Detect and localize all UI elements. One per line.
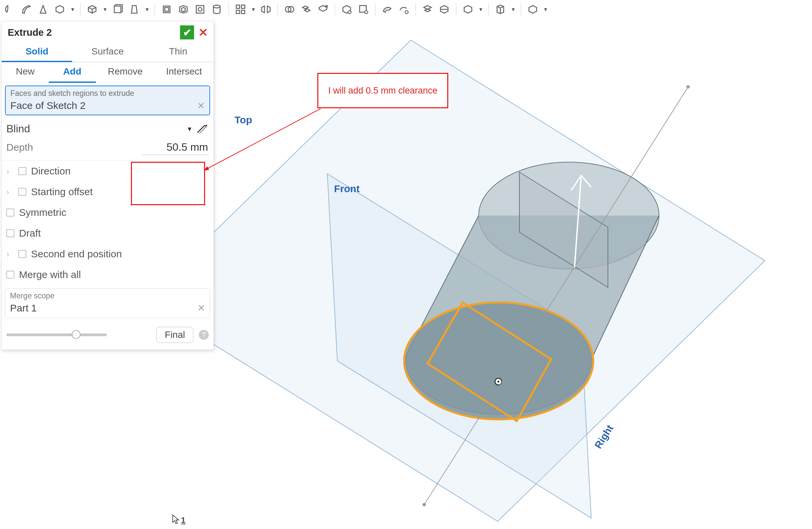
svg-line-27	[575, 175, 581, 267]
accept-button[interactable]: ✔	[180, 25, 194, 40]
tool-shell-icon[interactable]	[176, 2, 190, 16]
symmetric-option[interactable]: Symmetric	[2, 202, 214, 223]
svg-line-31	[207, 109, 321, 169]
second-end-checkbox[interactable]	[18, 250, 26, 258]
panel-footer: Final ?	[2, 323, 214, 349]
slider-knob[interactable]	[72, 330, 81, 339]
toolbar-separator	[521, 3, 521, 16]
second-end-label: Second end position	[31, 248, 122, 260]
clear-selection-icon[interactable]: ✕	[197, 100, 205, 111]
svg-marker-16	[327, 174, 591, 518]
toolbar-separator	[80, 3, 81, 16]
help-icon[interactable]: ?	[199, 330, 209, 340]
tool-split-icon[interactable]	[421, 2, 435, 16]
merge-scope-box[interactable]: Merge scope Part 1 ✕	[5, 288, 210, 318]
starting-offset-option[interactable]: › Starting offset	[2, 182, 214, 202]
depth-label: Depth	[6, 142, 33, 153]
tool-section-icon[interactable]	[437, 2, 451, 16]
draft-label: Draft	[19, 228, 41, 239]
tool-rib-icon[interactable]	[193, 2, 207, 16]
tool-chamfer-icon[interactable]	[111, 2, 125, 16]
tool-move-icon[interactable]	[316, 2, 330, 16]
tool-revolve-icon[interactable]	[3, 2, 17, 16]
tab-surface[interactable]: Surface	[72, 43, 143, 62]
main-toolbar: ▾ ▾ ▾ ▾ ▾ ▾ ▾	[0, 0, 812, 18]
tool-transform-icon[interactable]	[299, 2, 313, 16]
tool-mirror-icon[interactable]	[259, 2, 273, 16]
flip-direction-icon[interactable]	[196, 124, 209, 134]
tool-sweep-icon[interactable]	[19, 2, 33, 16]
chevron-down-icon[interactable]: ▾	[144, 2, 150, 16]
depth-row: Depth	[2, 138, 214, 161]
panel-title: Extrude 2	[8, 27, 52, 38]
panel-header: Extrude 2 ✔ ✕	[2, 22, 214, 43]
tool-delete-face-icon[interactable]	[357, 2, 371, 16]
tool-offset-icon[interactable]	[160, 2, 174, 16]
svg-point-22	[495, 378, 502, 385]
toolbar-separator	[278, 3, 278, 16]
depth-input[interactable]	[142, 140, 209, 155]
svg-point-3	[198, 8, 202, 11]
tool-hole-icon[interactable]	[210, 2, 224, 16]
opacity-slider[interactable]	[6, 333, 106, 336]
starting-offset-checkbox[interactable]	[18, 188, 26, 196]
chevron-down-icon[interactable]: ▾	[102, 2, 108, 16]
end-type-dropdown[interactable]: Blind ▾	[2, 118, 214, 138]
draft-checkbox[interactable]	[6, 229, 14, 237]
annotation-text: I will add 0.5 mm clearance	[328, 86, 437, 96]
toolbar-separator	[335, 3, 335, 16]
chevron-down-icon[interactable]: ▾	[510, 2, 516, 16]
tab-new[interactable]: New	[2, 62, 49, 83]
svg-rect-6	[242, 5, 245, 8]
tab-remove[interactable]: Remove	[96, 62, 155, 83]
merge-all-checkbox[interactable]	[6, 271, 14, 279]
cursor-badge: 1	[172, 514, 185, 525]
boolean-type-tabs: New Add Remove Intersect	[2, 62, 214, 83]
chevron-down-icon[interactable]: ▾	[250, 2, 256, 16]
tool-pattern-icon[interactable]	[233, 2, 247, 16]
final-button[interactable]: Final	[156, 327, 193, 343]
svg-rect-1	[165, 8, 168, 11]
tool-boolean-icon[interactable]	[282, 2, 296, 16]
tab-intersect[interactable]: Intersect	[155, 62, 214, 83]
draft-option[interactable]: Draft	[2, 223, 214, 244]
symmetric-checkbox[interactable]	[6, 209, 14, 216]
selection-value: Face of Sketch 2	[10, 100, 86, 111]
direction-label: Direction	[31, 166, 71, 177]
direction-checkbox[interactable]	[18, 167, 26, 175]
plane-label-right: Right	[593, 423, 615, 451]
toolbar-separator	[229, 3, 229, 16]
second-end-option[interactable]: › Second end position	[2, 244, 214, 264]
merge-all-label: Merge with all	[19, 269, 81, 281]
tool-modify-icon[interactable]	[380, 2, 394, 16]
chevron-down-icon: ▾	[188, 125, 191, 133]
tool-frame-icon[interactable]	[493, 2, 507, 16]
cursor-icon	[172, 514, 180, 525]
tool-draft-icon[interactable]	[127, 2, 141, 16]
direction-option[interactable]: › Direction	[2, 161, 214, 182]
tab-add[interactable]: Add	[49, 62, 96, 83]
tab-thin[interactable]: Thin	[143, 43, 214, 62]
tool-delete-part-icon[interactable]	[340, 2, 354, 16]
merge-all-option[interactable]: Merge with all	[2, 264, 214, 285]
chevron-right-icon: ›	[6, 166, 14, 176]
end-type-value: Blind	[6, 123, 30, 135]
toolbar-separator	[416, 3, 416, 16]
tool-loft-icon[interactable]	[36, 2, 50, 16]
chevron-down-icon[interactable]: ▾	[542, 2, 549, 16]
chevron-down-icon[interactable]: ▾	[70, 2, 75, 16]
tool-replace-icon[interactable]	[397, 2, 411, 16]
cancel-button[interactable]: ✕	[196, 25, 210, 40]
selection-box[interactable]: Faces and sketch regions to extrude Face…	[5, 86, 210, 115]
svg-marker-20	[427, 302, 551, 421]
svg-marker-15	[144, 40, 765, 521]
tab-solid[interactable]: Solid	[2, 43, 72, 62]
tool-composite-icon[interactable]	[526, 2, 540, 16]
tool-thicken-icon[interactable]	[53, 2, 67, 16]
tool-fillet-icon[interactable]	[85, 2, 99, 16]
svg-point-4	[214, 5, 220, 8]
svg-rect-7	[236, 10, 240, 13]
chevron-down-icon[interactable]: ▾	[478, 2, 484, 16]
tool-sheetmetal-icon[interactable]	[461, 2, 475, 16]
clear-scope-icon[interactable]: ✕	[198, 302, 205, 314]
